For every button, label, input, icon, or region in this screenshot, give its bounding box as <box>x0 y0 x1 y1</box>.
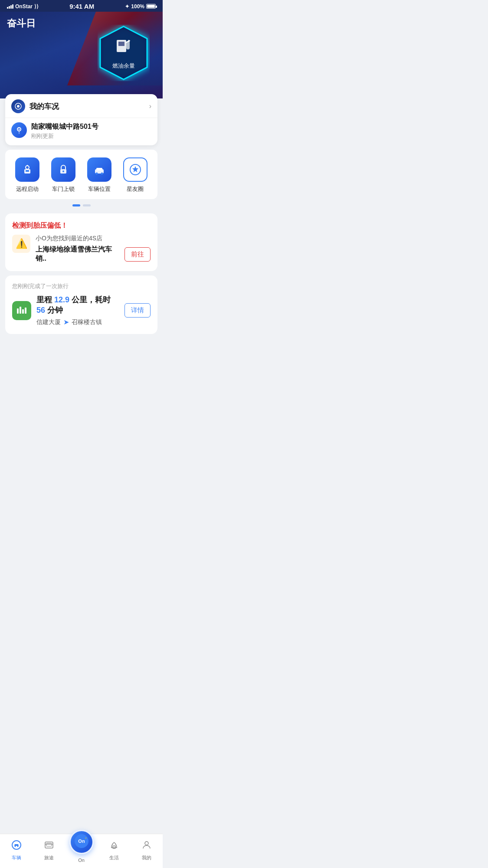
my-car-row[interactable]: 我的车况 › <box>5 94 157 118</box>
tire-text-area: 小O为您找到最近的4S店 上海绿地徐通雪佛兰汽车销.. 前往 <box>36 235 151 263</box>
trip-from: 信建大厦 <box>36 318 61 326</box>
location-icon <box>11 122 27 138</box>
trip-card: 您刚刚完成了一次旅行 里程 12.9 公里，耗时 56 分钟 <box>5 275 157 334</box>
status-bar: OnStar ⟩⟩ 9:41 AM ✦ 100% <box>0 0 163 12</box>
distance-prefix: 里程 <box>36 295 52 304</box>
quick-actions-section: 远程启动 车门上锁 车辆位置 <box>5 150 157 199</box>
fuel-label: 燃油余量 <box>112 62 135 70</box>
hero-section: 奋斗日 燃油余量 <box>0 12 163 98</box>
tire-alert-title: 检测到胎压偏低！ <box>12 221 151 230</box>
tire-content: ⚠️ 小O为您找到最近的4S店 上海绿地徐通雪佛兰汽车销.. 前往 <box>12 235 151 263</box>
buick-logo <box>11 99 25 113</box>
status-left: OnStar ⟩⟩ <box>7 3 39 10</box>
trip-stats: 里程 12.9 公里，耗时 56 分钟 <box>36 295 119 315</box>
star-circle-icon <box>123 157 147 182</box>
tire-shop-name: 上海绿地徐通雪佛兰汽车销.. <box>36 245 121 263</box>
location-time: 刚刚更新 <box>31 132 98 140</box>
warning-icon: ⚠️ <box>12 235 30 253</box>
trip-text-area: 里程 12.9 公里，耗时 56 分钟 信建大厦 ➤ 召稼楼古镇 <box>36 295 119 326</box>
fuel-badge-content: 燃油余量 <box>112 36 135 70</box>
trip-to: 召稼楼古镇 <box>72 318 102 326</box>
star-circle-label: 星友圈 <box>127 185 144 193</box>
svg-rect-22 <box>20 307 21 314</box>
location-row: 陆家嘴银城中路501号 刚刚更新 <box>5 118 157 145</box>
quick-actions: 远程启动 车门上锁 车辆位置 <box>5 157 157 193</box>
my-car-label: 我的车况 <box>29 102 149 111</box>
svg-point-17 <box>95 173 98 175</box>
svg-marker-20 <box>132 166 138 172</box>
svg-rect-2 <box>118 42 124 46</box>
trip-icon <box>12 301 31 320</box>
signal-bars <box>7 4 13 9</box>
goto-button[interactable]: 前往 <box>124 247 151 262</box>
trip-distance: 12.9 <box>54 295 69 304</box>
duration-unit: 分钟 <box>47 306 63 314</box>
carrier-label: OnStar <box>15 3 33 10</box>
tire-shop-row: 上海绿地徐通雪佛兰汽车销.. 前往 <box>36 245 151 263</box>
location-info: 陆家嘴银城中路501号 刚刚更新 <box>31 122 98 140</box>
car-location-label: 车辆位置 <box>88 185 111 193</box>
arrow-right-icon: ➤ <box>63 318 69 326</box>
door-lock-icon <box>51 157 75 182</box>
action-car-location[interactable]: 车辆位置 <box>87 157 111 193</box>
svg-point-6 <box>17 105 20 108</box>
svg-point-11 <box>26 166 29 169</box>
status-time: 9:41 AM <box>69 3 94 10</box>
fuel-badge: 燃油余量 <box>98 25 150 81</box>
tire-subtitle: 小O为您找到最近的4S店 <box>36 235 151 242</box>
dot-2 <box>83 204 91 206</box>
trip-content: 里程 12.9 公里，耗时 56 分钟 信建大厦 ➤ 召稼楼古镇 详情 <box>12 295 151 326</box>
svg-rect-21 <box>17 308 19 314</box>
svg-point-8 <box>19 129 20 130</box>
door-lock-label: 车门上锁 <box>52 185 75 193</box>
action-remote-start[interactable]: 远程启动 <box>15 157 39 193</box>
trip-duration: 56 <box>36 306 45 314</box>
action-star-circle[interactable]: 星友圈 <box>123 157 147 193</box>
svg-rect-16 <box>96 168 102 170</box>
bluetooth-icon: ✦ <box>125 3 129 10</box>
svg-rect-23 <box>22 309 24 314</box>
page-dots <box>0 204 163 206</box>
svg-rect-24 <box>25 308 26 314</box>
trip-completed-label: 您刚刚完成了一次旅行 <box>12 282 151 290</box>
trip-route: 信建大厦 ➤ 召稼楼古镇 <box>36 318 119 326</box>
action-door-lock[interactable]: 车门上锁 <box>51 157 75 193</box>
svg-point-18 <box>101 173 103 175</box>
my-car-card: 我的车况 › 陆家嘴银城中路501号 刚刚更新 <box>5 94 157 145</box>
car-location-icon <box>87 157 111 182</box>
fuel-pump-icon <box>115 36 132 59</box>
chevron-icon: › <box>149 102 151 110</box>
svg-rect-4 <box>128 40 130 42</box>
location-address: 陆家嘴银城中路501号 <box>31 122 98 131</box>
distance-unit: 公里，耗时 <box>72 295 111 304</box>
tire-pressure-card: 检测到胎压偏低！ ⚠️ 小O为您找到最近的4S店 上海绿地徐通雪佛兰汽车销.. … <box>5 213 157 271</box>
svg-rect-10 <box>26 170 29 172</box>
status-right: ✦ 100% <box>125 3 156 10</box>
wifi-icon: ⟩⟩ <box>34 3 39 10</box>
remote-start-label: 远程启动 <box>16 185 39 193</box>
remote-start-icon <box>15 157 39 182</box>
battery-percent: 100% <box>131 3 144 10</box>
details-button[interactable]: 详情 <box>124 303 151 318</box>
cards-section: 检测到胎压偏低！ ⚠️ 小O为您找到最近的4S店 上海绿地徐通雪佛兰汽车销.. … <box>0 209 163 377</box>
svg-point-14 <box>62 170 64 172</box>
dot-1 <box>72 204 80 206</box>
battery-icon <box>146 4 156 9</box>
